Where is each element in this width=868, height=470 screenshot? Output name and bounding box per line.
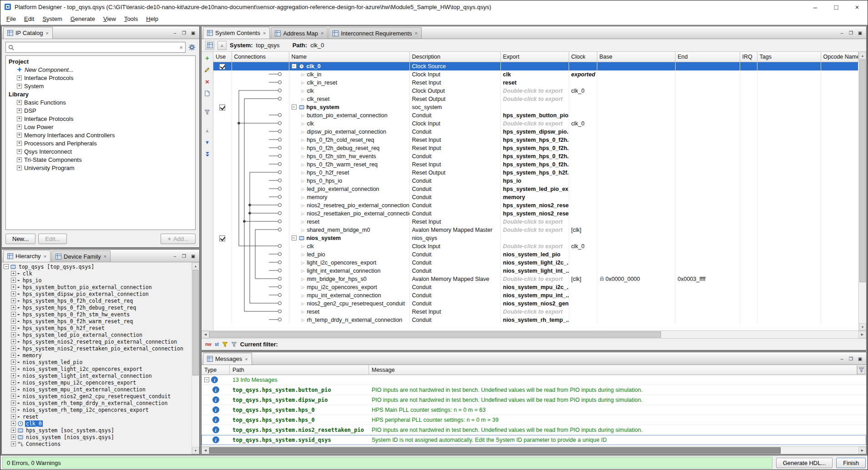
use-checkbox[interactable] <box>219 64 225 70</box>
connections-cell[interactable] <box>232 300 289 308</box>
tab-close-icon[interactable]: × <box>263 30 266 36</box>
tab-close-icon[interactable]: × <box>104 254 106 259</box>
base-cell[interactable] <box>597 267 675 275</box>
base-cell[interactable] <box>597 185 675 193</box>
clock-cell[interactable] <box>569 283 597 291</box>
remove-component-button[interactable]: × <box>203 78 212 85</box>
expander-icon[interactable]: + <box>17 125 22 130</box>
export-cell[interactable]: hps_system_nios2_rese... <box>500 210 569 218</box>
edit-button[interactable]: Edit... <box>38 234 67 244</box>
expander-icon[interactable]: + <box>11 435 16 440</box>
connections-cell[interactable] <box>232 201 289 210</box>
clock-cell[interactable] <box>569 218 597 226</box>
connections-cell[interactable] <box>232 185 289 193</box>
system-row-clk-0[interactable]: −clk_0Clock Source <box>213 62 858 70</box>
connections-cell[interactable] <box>232 283 289 291</box>
expander-icon[interactable]: + <box>11 346 16 351</box>
panel-float-icon[interactable]: ❐ <box>848 356 854 362</box>
expander-icon[interactable]: + <box>17 108 22 113</box>
expander-icon[interactable]: − <box>4 264 9 269</box>
export-cell[interactable]: clk <box>500 70 569 79</box>
clock-cell[interactable] <box>569 136 597 144</box>
use-checkbox[interactable] <box>219 235 225 241</box>
system-row-shared-mem-bridge-m0[interactable]: ▷shared_mem_bridge_m0Avalon Memory Mappe… <box>213 226 858 234</box>
expander-icon[interactable]: + <box>17 84 22 89</box>
column-header-end[interactable]: End <box>675 52 740 62</box>
base-cell[interactable] <box>597 259 675 267</box>
base-cell[interactable] <box>597 291 675 300</box>
tab-close-icon[interactable]: × <box>45 30 48 36</box>
export-cell[interactable]: hps_system_hps_0_f2h... <box>500 160 569 169</box>
expander-icon[interactable]: + <box>17 141 22 146</box>
expander-icon[interactable]: + <box>17 116 22 121</box>
column-header-tags[interactable]: Tags <box>757 52 821 62</box>
show-names-toggle-icon[interactable]: nw <box>205 342 212 347</box>
expander-icon[interactable]: + <box>11 387 16 392</box>
clock-cell[interactable] <box>569 177 597 185</box>
expander-icon[interactable]: + <box>17 100 22 105</box>
base-cell[interactable] <box>597 103 675 111</box>
hierarchy-item-reset[interactable]: +►reset <box>2 413 192 420</box>
system-tab-address-map[interactable]: Address Map× <box>271 27 328 39</box>
hierarchy-item-nios-system-nios2-gen2-cpu-resetrequest-conduit[interactable]: +►nios_system_nios2_gen2_cpu_resetreques… <box>2 393 192 400</box>
base-cell[interactable] <box>597 128 675 136</box>
base-cell[interactable] <box>597 169 675 177</box>
clock-cell[interactable] <box>569 250 597 259</box>
base-cell[interactable] <box>597 62 675 70</box>
expander-icon[interactable]: + <box>11 298 16 303</box>
hierarchy-item-nios-system-rh-temp-drdy-n-external-connection[interactable]: +►nios_system_rh_temp_drdy_n_external_co… <box>2 400 192 406</box>
messages-column-path[interactable]: Path <box>230 365 369 375</box>
scroll-right-icon[interactable]: ▶ <box>858 447 866 454</box>
ip-catalog-item-library[interactable]: Library <box>6 90 195 98</box>
system-row-dipsw-pio-external-connection[interactable]: ▷dipsw_pio_external_connectionConduithps… <box>213 128 858 136</box>
expander-icon[interactable]: + <box>17 149 22 154</box>
connections-cell[interactable] <box>232 308 289 316</box>
ip-search-input[interactable] <box>16 44 177 51</box>
connections-cell[interactable] <box>232 242 289 250</box>
hierarchy-item-hps-system-hps-0-f2h-stm-hw-events[interactable]: +►hps_system_hps_0_f2h_stm_hw_events <box>2 311 192 318</box>
expander-icon[interactable]: − <box>292 105 297 110</box>
clock-cell[interactable] <box>569 103 597 111</box>
base-cell[interactable] <box>597 210 675 218</box>
connections-cell[interactable] <box>232 259 289 267</box>
connections-cell[interactable] <box>232 120 289 128</box>
expander-icon[interactable]: + <box>17 133 22 138</box>
messages-tab-messages[interactable]: Messages× <box>203 353 252 365</box>
panel-maximize-icon[interactable]: ▣ <box>857 356 863 362</box>
hierarchy-item-nios-system-led-pio[interactable]: +►nios_system_led_pio <box>2 359 192 365</box>
hierarchy-item-memory[interactable]: +►memory <box>2 352 192 359</box>
catalog-settings-gear-icon[interactable] <box>188 44 196 51</box>
expander-icon[interactable]: + <box>11 421 16 426</box>
tab-close-icon[interactable]: × <box>245 356 247 362</box>
clock-cell[interactable] <box>569 160 597 169</box>
clock-cell[interactable]: exported <box>569 70 597 79</box>
add-button[interactable]: +Add... <box>161 234 196 244</box>
system-row-clk-in[interactable]: ▷clk_inClock Inputclkexported <box>213 70 858 79</box>
expander-icon[interactable]: + <box>11 360 16 365</box>
connections-cell[interactable] <box>232 95 289 103</box>
hierarchy-item-hps-system-hps-0-f2h-cold-reset-req[interactable]: +►hps_system_hps_0_f2h_cold_reset_req <box>2 297 192 304</box>
export-cell[interactable]: nios_system_led_pio <box>500 250 569 259</box>
menu-tools[interactable]: Tools <box>120 14 142 24</box>
hierarchy-item-hps-system-hps-0-h2f-reset[interactable]: +►hps_system_hps_0_h2f_reset <box>2 325 192 331</box>
hierarchy-vertical-scrollbar[interactable]: ▲ ▼ <box>192 262 199 454</box>
connections-cell[interactable] <box>232 160 289 169</box>
ip-catalog-item-interface-protocols[interactable]: +Interface Protocols <box>6 115 195 123</box>
show-types-toggle-icon[interactable]: st <box>215 342 219 347</box>
scroll-down-icon[interactable]: ▼ <box>192 447 199 454</box>
export-cell[interactable]: nios_system_mpu_int_... <box>500 291 569 300</box>
column-header-export[interactable]: Export <box>500 52 569 62</box>
hierarchy-item-hps-io[interactable]: +►hps_io <box>2 277 192 284</box>
connections-cell[interactable] <box>232 267 289 275</box>
panel-float-icon[interactable]: ❐ <box>181 30 187 36</box>
export-cell[interactable] <box>500 62 569 70</box>
ip-catalog-item-tri-state-components[interactable]: +Tri-State Components <box>6 155 195 164</box>
export-cell[interactable]: nios_system_light_i2c_... <box>500 259 569 267</box>
clock-cell[interactable] <box>569 234 597 242</box>
export-cell[interactable]: hps_system_hps_0_f2h... <box>500 144 569 152</box>
panel-float-icon[interactable]: ❐ <box>848 30 854 36</box>
system-row-light-int-external-connection[interactable]: ▷light_int_external_connectionConduitnio… <box>213 267 858 275</box>
message-row[interactable]: itop_qsys.hps_system.nios2_resettaken_pi… <box>202 425 866 435</box>
connections-cell[interactable] <box>232 79 289 87</box>
messages-group-row[interactable]: −i13 Info Messages <box>202 375 866 385</box>
